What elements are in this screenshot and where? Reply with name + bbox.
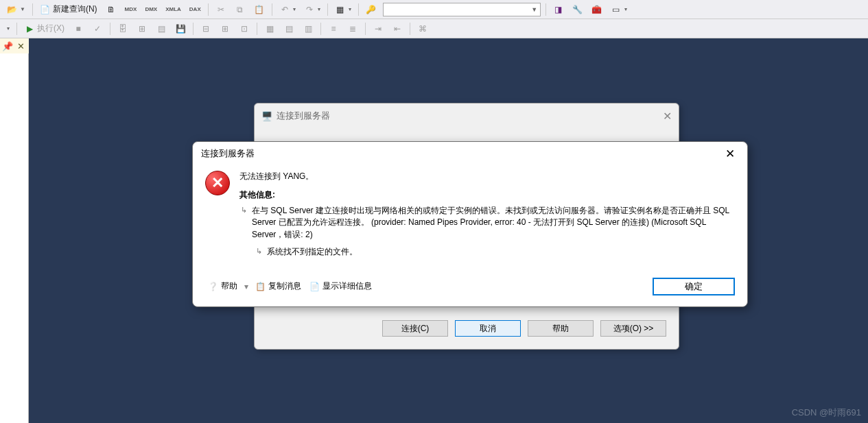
error-dialog-title-bar: 连接到服务器 ✕ — [193, 142, 747, 165]
error-text: 无法连接到 YANG。 其他信息: 在与 SQL Server 建立连接时出现与… — [239, 171, 735, 264]
separator — [32, 3, 33, 16]
comment-icon: ≡ — [325, 21, 342, 36]
error-dialog: 连接到服务器 ✕ ✕ 无法连接到 YANG。 其他信息: 在与 SQL Serv… — [192, 141, 748, 307]
copy-message-link[interactable]: 📋 复制消息 — [253, 279, 304, 293]
sqlcmd-icon: ⌘ — [414, 21, 432, 36]
stop-icon: ■ — [69, 21, 87, 36]
dmx-button[interactable]: DMX — [141, 2, 161, 17]
results-text-icon: ▤ — [280, 21, 298, 36]
close-icon[interactable]: ✕ — [721, 147, 739, 161]
separator — [208, 3, 209, 16]
chevron-down-icon: ▼ — [529, 6, 540, 13]
key-icon[interactable]: 🔑 — [362, 2, 380, 17]
execute-button[interactable]: ▶ 执行(X) — [21, 21, 68, 36]
parse-icon: ✓ — [89, 21, 106, 36]
copy-icon: 📋 — [255, 282, 266, 291]
outdent-icon: ⇤ — [388, 21, 406, 36]
separator — [16, 23, 17, 35]
panel-header: 📌 ✕ — [0, 38, 29, 53]
results-file-icon: ▥ — [299, 21, 317, 36]
separator — [358, 3, 359, 16]
toolbox-icon[interactable]: 🧰 — [588, 2, 606, 17]
separator — [327, 3, 328, 16]
toolbar-row-2: ▾ ▶ 执行(X) ■ ✓ 🗄 ⊞ ▤ 💾 ⊟ ⊞ ⊡ ▦ ▤ ▥ ≡ ≣ ⇥ … — [0, 19, 868, 38]
server-icon: 🖥️ — [261, 111, 272, 121]
cut-icon: ✂ — [212, 2, 230, 17]
server-dropdown[interactable]: ▼ — [383, 3, 541, 16]
error-detail-2: 系统找不到指定的文件。 — [267, 246, 735, 258]
mdx-button[interactable]: MDX — [121, 2, 141, 17]
error-body: ✕ 无法连接到 YANG。 其他信息: 在与 SQL Server 建立连接时出… — [193, 165, 747, 271]
separator — [110, 23, 110, 35]
vs-icon[interactable]: ◨ — [550, 2, 567, 17]
details-icon: 📄 — [309, 282, 320, 291]
panel-close-icon[interactable]: ✕ — [17, 41, 25, 51]
connect-dialog-buttons: 连接(C) 取消 帮助 选项(O) >> — [382, 320, 666, 337]
pin-icon[interactable]: 📌 — [2, 41, 13, 51]
redo-icon[interactable]: ↷▾ — [301, 2, 324, 17]
window-icon[interactable]: ▭▾ — [607, 2, 631, 17]
error-icon: ✕ — [205, 171, 230, 195]
uncomment-icon: ≣ — [344, 21, 362, 36]
error-detail-1: 在与 SQL Server 建立连接时出现与网络相关的或特定于实例的错误。未找到… — [252, 205, 735, 241]
new-query-icon: 📄 — [40, 4, 51, 15]
plan-icon: ⊟ — [197, 21, 215, 36]
error-footer: ❔ 帮助 ▾ 📋 复制消息 📄 显示详细信息 确定 — [193, 271, 747, 306]
db-icon: 🗄 — [114, 21, 132, 36]
stats-icon: ⊞ — [216, 21, 234, 36]
save-icon: 💾 — [172, 21, 189, 36]
table-icon: ▤ — [152, 21, 170, 36]
grid-icon[interactable]: ▦▾ — [331, 2, 355, 17]
close-icon[interactable]: ✕ — [663, 110, 672, 123]
results-grid-icon: ▦ — [261, 21, 279, 36]
cancel-button[interactable]: 取消 — [455, 320, 521, 337]
options-button[interactable]: 选项(O) >> — [600, 320, 666, 337]
help-link[interactable]: ❔ 帮助 — [205, 279, 240, 293]
paste-icon: 📋 — [250, 2, 268, 17]
new-query-button[interactable]: 📄 新建查询(N) — [36, 2, 101, 17]
trace-icon: ⊡ — [235, 21, 253, 36]
watermark: CSDN @时雨691 — [792, 407, 861, 419]
left-panel: 📌 ✕ — [0, 38, 29, 423]
separator — [320, 23, 321, 35]
connect-dialog-title: 连接到服务器 — [277, 110, 330, 122]
separator — [546, 3, 546, 16]
ok-button[interactable]: 确定 — [653, 278, 735, 295]
error-subheading: 其他信息: — [239, 189, 735, 201]
separator: ▾ — [243, 282, 250, 291]
separator — [365, 23, 366, 35]
indent-icon: ⇥ — [369, 21, 387, 36]
play-icon: ▶ — [24, 23, 35, 34]
error-heading: 无法连接到 YANG。 — [239, 171, 735, 182]
file-icon[interactable]: 🗎 — [102, 2, 120, 17]
open-icon[interactable]: 📂▼ — [3, 2, 29, 17]
separator — [257, 23, 257, 35]
new-query-label: 新建查询(N) — [53, 3, 97, 15]
show-details-link[interactable]: 📄 显示详细信息 — [307, 279, 375, 293]
separator — [193, 23, 193, 35]
wrench-icon[interactable]: 🔧 — [569, 2, 587, 17]
schema-icon: ⊞ — [133, 21, 151, 36]
dropdown-toggle[interactable]: ▾ — [3, 21, 13, 36]
connect-button[interactable]: 连接(C) — [382, 320, 448, 337]
xmla-button[interactable]: XMLA — [162, 2, 185, 17]
help-icon: ❔ — [208, 282, 218, 291]
toolbar-row-1: 📂▼ 📄 新建查询(N) 🗎 MDX DMX XMLA DAX ✂ ⧉ 📋 ↶▾… — [0, 0, 868, 19]
help-button[interactable]: 帮助 — [528, 320, 594, 337]
separator — [272, 3, 272, 16]
error-dialog-title: 连接到服务器 — [201, 147, 255, 160]
undo-icon[interactable]: ↶▾ — [276, 2, 299, 17]
execute-label: 执行(X) — [37, 23, 64, 34]
copy-icon: ⧉ — [231, 2, 249, 17]
dax-button[interactable]: DAX — [186, 2, 204, 17]
connect-dialog-title-bar: 🖥️ 连接到服务器 ✕ — [255, 104, 679, 128]
separator — [410, 23, 410, 35]
